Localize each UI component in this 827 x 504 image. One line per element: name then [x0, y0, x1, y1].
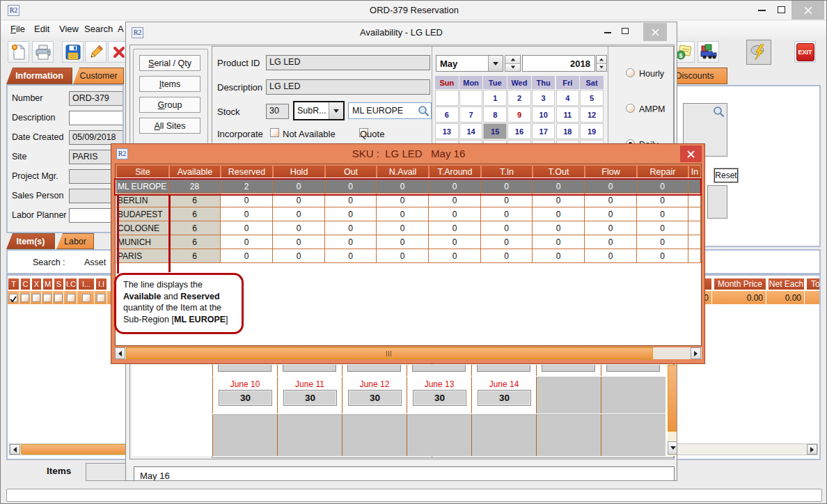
sku-value-cell[interactable]: 0 [637, 221, 688, 235]
sku-column-header[interactable]: Reserved [221, 166, 272, 178]
row-checkbox[interactable] [43, 294, 52, 302]
scroll-down-button[interactable] [668, 441, 677, 455]
region-field[interactable]: ML EUROPE [348, 102, 432, 119]
search-icon[interactable] [713, 106, 725, 118]
schedule-value-button[interactable] [542, 365, 595, 372]
schedule-value-button[interactable]: 30 [348, 390, 402, 406]
spinner-down-icon[interactable] [505, 64, 520, 72]
sku-hscrollbar[interactable] [115, 347, 702, 359]
calendar-day-cell[interactable]: 1 [483, 90, 507, 106]
month-dropdown-icon[interactable] [488, 56, 503, 71]
calendar-day-cell[interactable]: 14 [459, 123, 483, 139]
sku-value-cell[interactable]: 0 [481, 194, 533, 207]
grid-checkbox-cell[interactable] [42, 291, 53, 304]
sku-site-cell[interactable]: BERLIN [116, 194, 169, 207]
mode-button-all-sites[interactable]: All Sites [139, 118, 200, 134]
scroll-right-button[interactable] [807, 444, 817, 455]
sku-value-cell[interactable]: 0 [481, 235, 533, 249]
year-field[interactable]: 2018 [522, 55, 595, 72]
save-button[interactable] [62, 41, 84, 63]
sku-column-header[interactable]: T.In [482, 166, 532, 178]
tab-information[interactable]: Information [6, 68, 72, 84]
sku-value-cell[interactable]: 0 [377, 194, 429, 207]
tab-labor[interactable]: Labor [56, 233, 94, 249]
grid-column-header[interactable]: I... [78, 278, 95, 290]
grid-checkbox-cell[interactable] [65, 291, 77, 304]
sku-value-cell[interactable]: 0 [637, 249, 688, 263]
sku-column-header[interactable]: T.Around [430, 166, 480, 178]
menu-item-a[interactable]: A [118, 24, 124, 34]
grid-column-header[interactable]: M [42, 278, 53, 290]
calendar-day-cell[interactable]: 7 [459, 107, 483, 123]
calendar-day-cell[interactable]: 19 [580, 123, 604, 139]
sku-value-cell[interactable]: 0 [221, 194, 273, 207]
row-checkbox[interactable] [67, 294, 75, 302]
grid-column-header[interactable]: Tot [806, 278, 821, 290]
calendar-day-cell[interactable]: 17 [532, 123, 556, 139]
availability-flash-button[interactable] [746, 40, 771, 65]
region-mode-dropdown-icon[interactable] [329, 102, 343, 119]
sku-value-cell[interactable]: 0 [637, 235, 688, 249]
sku-value-cell[interactable]: 0 [325, 221, 377, 235]
schedule-value-button[interactable] [606, 365, 660, 372]
hscroll-thumb[interactable] [126, 347, 653, 359]
sku-column-header[interactable]: In [689, 166, 700, 178]
sku-value-cell[interactable]: 0 [481, 249, 533, 263]
sku-value-cell[interactable]: 0 [429, 207, 481, 221]
sku-value-cell[interactable]: 6 [169, 249, 221, 263]
sku-column-header[interactable]: Flow [585, 166, 636, 178]
schedule-value-button[interactable]: 30 [413, 390, 466, 406]
sku-value-cell[interactable]: 0 [221, 221, 273, 235]
sku-value-cell[interactable]: 0 [377, 235, 429, 249]
row-checkbox[interactable] [9, 294, 17, 302]
sku-value-cell[interactable]: 0 [377, 207, 429, 221]
items-footer-field[interactable] [86, 463, 126, 481]
sku-site-cell[interactable]: COLOGNE [116, 221, 169, 235]
sku-column-header[interactable]: Site [117, 166, 168, 178]
calendar-day-cell[interactable]: 15 [483, 123, 507, 139]
sku-value-cell[interactable]: 6 [169, 194, 221, 207]
sku-value-cell[interactable]: 0 [637, 194, 688, 207]
mode-button-items[interactable]: Items [139, 76, 200, 92]
sku-value-cell[interactable]: 0 [533, 194, 585, 207]
mode-button-serial---qty[interactable]: Serial / Qty [139, 55, 200, 71]
row-checkbox[interactable] [21, 294, 29, 302]
main-close-button[interactable] [791, 1, 824, 19]
sku-value-cell[interactable]: 0 [585, 235, 637, 249]
sku-value-cell[interactable]: 0 [377, 249, 429, 263]
calendar-day-cell[interactable] [435, 90, 459, 106]
schedule-value-button[interactable]: 30 [219, 390, 272, 406]
schedule-vscrollbar[interactable] [668, 365, 677, 456]
schedule-value-button[interactable] [283, 365, 336, 372]
new-document-button[interactable] [8, 41, 29, 63]
search-icon[interactable] [418, 105, 430, 117]
form-field[interactable]: ORD-379 [69, 91, 123, 106]
grid-checkbox-cell[interactable] [54, 291, 64, 304]
schedule-value-button[interactable] [218, 365, 271, 372]
menu-item-file[interactable]: File [10, 24, 25, 34]
sku-site-cell[interactable]: BUDAPEST [116, 207, 169, 221]
availability-maximize-button[interactable] [622, 28, 629, 34]
sku-value-cell[interactable]: 0 [325, 194, 377, 207]
vscroll-thumb[interactable] [668, 365, 677, 432]
sku-value-cell[interactable]: 0 [585, 249, 637, 263]
sku-value-cell[interactable]: 0 [273, 235, 325, 249]
menu-item-edit[interactable]: Edit [34, 24, 49, 34]
sku-value-cell[interactable]: 0 [429, 235, 481, 249]
sku-column-header[interactable]: Out [326, 166, 376, 178]
grid-checkbox-cell[interactable] [95, 291, 107, 304]
sku-site-cell[interactable]: PARIS [116, 249, 169, 263]
sku-value-cell[interactable]: 0 [585, 194, 637, 207]
row-checkbox[interactable] [97, 294, 105, 302]
sku-value-cell[interactable]: 6 [169, 207, 221, 221]
calendar-day-cell[interactable]: 3 [532, 90, 556, 106]
form-field[interactable]: 05/09/2018 [69, 130, 123, 145]
sku-value-cell[interactable]: 0 [585, 207, 637, 221]
calendar-day-cell[interactable]: 9 [507, 107, 531, 123]
grid-column-header[interactable]: S [54, 278, 64, 290]
sku-value-cell[interactable]: 0 [585, 221, 637, 235]
sku-value-cell[interactable]: 0 [429, 194, 481, 207]
not-available-checkbox[interactable] [270, 128, 279, 137]
sku-value-cell[interactable]: 0 [429, 221, 481, 235]
tab-items[interactable]: Item(s) [6, 233, 55, 249]
